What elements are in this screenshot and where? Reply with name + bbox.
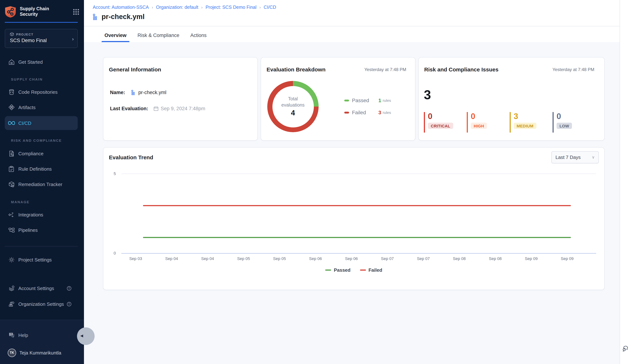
passed-legend-label: Passed [334,267,350,273]
page-title: pr-check.yml [102,13,144,21]
severity-breakdown: 0 CRITICAL 0 HIGH 3 MEDIUM 0 LOW [424,112,595,132]
risk-compliance-issues-card: Risk and Compliance Issues Yesterday at … [418,57,605,140]
breadcrumb-cicd-link[interactable]: CI/CD [264,5,276,10]
failed-rules-count: 3 [378,110,381,115]
sidebar-item-remediation-tracker[interactable]: Remediation Tracker [5,177,78,191]
date-range-dropdown[interactable]: Last 7 Days ∨ [551,151,599,163]
total-issues-value: 3 [424,88,431,102]
svg-text:?: ? [10,333,12,336]
pipelines-icon [8,226,15,234]
chevron-right-icon: › [201,5,202,10]
sidebar-item-label: Project Settings [18,257,52,262]
general-information-card: General Information Name: pr-check.yml L… [103,57,258,140]
evaluations-donut-chart: Total evaluations 4 [267,81,319,132]
tab-overview[interactable]: Overview [102,28,129,42]
last-evaluation-label: Last Evaluation: [110,106,148,111]
sidebar-item-rule-definitions[interactable]: Rule Definitions [5,162,78,176]
sidebar-collapse-handle[interactable]: ◀ [77,328,95,345]
right-utility-rail [620,0,631,364]
x-tick: Sep 04 [154,256,189,261]
help-chat-icon: ? [8,332,15,339]
name-label: Name: [110,90,125,95]
chevron-right-icon: › [152,5,153,10]
sidebar-item-help[interactable]: ? Help [5,328,78,342]
tab-risk-compliance[interactable]: Risk & Compliance [135,28,182,42]
account-settings-layers-icon [8,284,15,292]
failed-legend-label: Failed [352,110,378,115]
low-badge: LOW [557,123,572,129]
card-title: Evaluation Trend [109,154,153,160]
sidebar-item-get-started[interactable]: Get Started [5,55,78,69]
sidebar-section-risk-and-compliance: RISK AND COMPLIANCE [11,138,62,142]
sidebar-item-project-settings[interactable]: Project Settings [5,253,78,266]
trend-legend: Passed Failed [103,267,604,273]
app-switcher-grid-icon[interactable] [73,8,79,15]
x-tick: Sep 09 [513,256,549,261]
evaluation-breakdown-card: Evaluation Breakdown Yesterday at 7:48 P… [261,57,415,140]
x-tick: Sep 06 [298,256,333,261]
chevron-right-icon: › [72,36,74,42]
gridline-y5 [121,174,596,174]
passed-legend-swatch [344,100,349,101]
chevron-right-icon: › [259,5,261,10]
sidebar-divider [5,246,78,246]
failed-legend-swatch [344,112,349,113]
evaluation-trend-card: Evaluation Trend Last 7 Days ∨ 5 0 Sep 0… [103,147,605,290]
x-tick: Sep 04 [189,256,226,261]
calendar-icon [154,106,159,111]
rules-suffix: rules [383,98,391,102]
card-title: Evaluation Breakdown [267,66,326,72]
date-range-value: Last 7 Days [555,154,581,160]
x-tick: Sep 05 [226,256,261,261]
failed-legend-label: Failed [368,267,382,273]
sidebar-item-artifacts[interactable]: Artifacts [5,100,78,114]
info-icon[interactable] [67,302,72,306]
info-icon[interactable] [67,286,72,290]
sidebar-item-account-settings[interactable]: Account Settings [5,281,78,295]
sidebar: Supply Chain Security PROJECT SCS Demo [0,0,84,364]
sidebar-item-label: Remediation Tracker [18,182,62,187]
integrations-icon [8,211,15,218]
project-selector-label: PROJECT [16,32,33,36]
tab-bar: Overview Risk & Compliance Actions [102,28,209,42]
logo-accent-divider [5,22,78,23]
sidebar-item-compliance[interactable]: Compliance [5,146,78,160]
critical-count: 0 [428,112,467,120]
medium-count: 3 [514,112,553,120]
passed-trend-line [143,237,571,238]
sidebar-item-integrations[interactable]: Integrations [5,208,78,222]
sidebar-item-label: Organization Settings [18,301,64,307]
breadcrumb-account-link[interactable]: Account: Automation-SSCA [93,5,149,10]
breadcrumb-organization-link[interactable]: Organization: default [156,5,198,10]
sidebar-item-label: Integrations [18,212,43,217]
sidebar-item-code-repositories[interactable]: Code Repositories [5,85,78,99]
organization-settings-icon [8,300,15,308]
support-chat-icon[interactable] [622,344,630,353]
gear-icon [8,256,15,263]
breadcrumb: Account: Automation-SSCA › Organization:… [93,5,276,10]
header-divider [84,26,620,26]
sidebar-item-label: Rule Definitions [18,166,52,172]
x-tick: Sep 08 [477,256,513,261]
sidebar-item-organization-settings[interactable]: Organization Settings [5,297,78,311]
collapse-arrow-icon: ◀ [80,334,83,338]
clipboard-check-icon [8,165,15,172]
sidebar-item-label: Compliance [18,151,44,156]
project-selector[interactable]: PROJECT SCS Demo Final › [5,29,78,48]
artifacts-icon [8,104,15,111]
sidebar-item-label: Get Started [18,59,43,65]
project-selector-name: SCS Demo Final [10,38,74,43]
cicd-infinity-icon [8,120,15,127]
evaluation-timestamp: Yesterday at 7:48 PM [364,67,406,72]
sidebar-section-supply-chain: SUPPLY CHAIN [11,77,43,81]
sidebar-section-manage: MANAGE [11,200,30,204]
breadcrumb-project-link[interactable]: Project: SCS Demo Final [205,5,257,10]
pipeline-icon [92,14,99,20]
sidebar-item-pipelines[interactable]: Pipelines [5,223,78,237]
compliance-document-icon [8,150,15,157]
y-axis-tick: 0 [110,251,116,255]
last-evaluation-value: Sep 9, 2024 7:48pm [161,106,205,111]
sidebar-item-cicd[interactable]: CI/CD [5,116,78,130]
tab-actions[interactable]: Actions [187,28,209,42]
user-profile[interactable]: TK Teja Kummarikuntla [5,347,78,358]
